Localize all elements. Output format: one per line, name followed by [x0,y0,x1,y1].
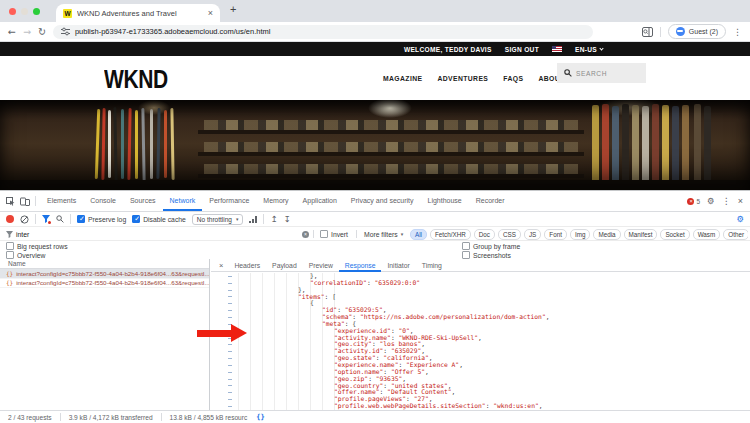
request-type-pill[interactable]: All [410,229,427,240]
language-selector[interactable]: EN-US [575,46,603,53]
site-search-input[interactable]: SEARCH [557,63,646,83]
new-tab-button[interactable]: + [230,3,236,15]
devtools-tab[interactable]: Network [163,191,203,211]
close-window-button[interactable] [9,8,16,15]
checkbox-unchecked-icon [462,242,470,250]
group-by-frame-checkbox[interactable]: Group by frame [462,242,520,250]
divider [70,214,71,224]
devtools-tab-bar: ElementsConsoleSourcesNetworkPerformance… [0,191,750,212]
site-info-icon[interactable] [61,27,70,36]
more-filters-dropdown[interactable]: More filters ▾ [364,227,403,241]
error-badge[interactable]: × 5 [687,198,700,205]
wknd-logo[interactable]: WKND [104,65,168,94]
profile-button[interactable]: Guest (2) [668,24,726,39]
window-controls [9,8,40,15]
network-request-row[interactable]: {} interact?configId=c75bbb72-f550-4a04-… [0,279,209,289]
detail-tab[interactable]: Payload [266,259,303,272]
network-status-bar: 2 / 43 requests 3.9 kB / 4,172 kB transf… [0,410,750,423]
devtools-tab[interactable]: Recorder [469,191,512,211]
devtools-tab[interactable]: Application [296,191,344,211]
minimize-window-button[interactable] [21,8,28,15]
back-icon[interactable]: ← [8,27,16,37]
tab-close-icon[interactable]: × [208,9,213,18]
sign-out-link[interactable]: SIGN OUT [505,46,539,53]
devtools-panel: ElementsConsoleSourcesNetworkPerformance… [0,190,750,423]
inspect-element-icon[interactable] [6,197,15,206]
detail-tab[interactable]: Timing [416,259,448,272]
screenshots-checkbox[interactable]: Screenshots [462,251,511,259]
name-column-header[interactable]: Name [0,259,209,269]
side-panel-search-icon[interactable] [642,27,653,37]
requests-summary: 2 / 43 requests [8,414,52,421]
request-type-pill[interactable]: Other [723,229,748,240]
network-main-area: Name {} interact?configId=c75bbb72-f550-… [0,259,750,410]
network-request-row[interactable]: {} interact?configId=c75bbb72-f550-4a04-… [0,269,209,279]
request-type-pill[interactable]: Fetch/XHR [430,229,471,240]
devtools-tab[interactable]: Console [83,191,123,211]
nav-link[interactable]: MAGAZINE [383,75,422,82]
preserve-log-checkbox[interactable]: Preserve log [77,215,126,223]
devtools-close-icon[interactable]: × [738,196,743,206]
clear-network-log-icon[interactable] [20,215,29,224]
browser-menu-icon[interactable]: ⋮ [733,27,742,37]
search-placeholder: SEARCH [576,70,607,77]
main-navigation: MAGAZINEADVENTURESFAQSABOUT US [383,56,577,100]
devtools-tab[interactable]: Performance [202,191,256,211]
detail-tab[interactable]: Headers [228,259,266,272]
request-type-pill[interactable]: CSS [498,229,521,240]
clear-filter-icon[interactable]: × [302,231,309,238]
request-type-pill[interactable]: Media [593,229,620,240]
request-list-panel: Name {} interact?configId=c75bbb72-f550-… [0,259,210,410]
throttling-value: No throttling [197,216,232,223]
request-type-pill[interactable]: Font [544,229,567,240]
devtools-tab[interactable]: Sources [123,191,163,211]
overview-checkbox[interactable]: Overview [6,251,45,259]
record-network-log-icon[interactable] [6,215,14,223]
url-bar[interactable]: publish-p63947-e1733365.adobeaemcloud.co… [53,25,593,39]
nav-link[interactable]: ADVENTURES [437,75,488,82]
devtools-settings-icon[interactable]: ⚙ [707,196,715,206]
request-type-pill[interactable]: Wasm [693,229,721,240]
detail-tab[interactable]: Response [339,259,382,272]
close-detail-icon[interactable]: × [214,261,228,270]
network-search-icon[interactable] [56,215,64,223]
forward-icon: → [23,27,31,37]
request-type-pill[interactable]: Manifest [624,229,658,240]
fullscreen-window-button[interactable] [33,8,40,15]
toolbar-right-icons: Guest (2) ⋮ [642,24,742,39]
devtools-tab[interactable]: Lighthouse [421,191,469,211]
throttling-select[interactable]: No throttling ▾ [192,214,244,225]
funnel-icon [6,231,13,238]
nav-link[interactable]: FAQS [503,75,523,82]
site-topbar: WELCOME, TEDDY DAVIS SIGN OUT EN-US [0,42,750,56]
request-type-pill[interactable]: Img [570,229,591,240]
network-settings-icon[interactable]: ⚙ [736,214,744,224]
browser-tab[interactable]: W WKND Adventures and Travel × [56,4,220,22]
divider [356,230,357,238]
filter-toggle-icon[interactable] [42,215,50,223]
reload-icon[interactable]: ↻ [38,27,46,37]
import-har-icon[interactable]: ↥ [270,214,277,224]
invert-filter-checkbox[interactable]: Invert [320,227,348,241]
devtools-tab[interactable]: Privacy and security [344,191,421,211]
devtools-tab[interactable]: Memory [256,191,295,211]
resources-summary: 13.8 kB / 4,855 kB resourc [170,414,248,421]
request-type-pill[interactable]: JS [524,229,541,240]
disable-cache-checkbox[interactable]: Disable cache [132,215,186,223]
export-har-icon[interactable]: ↧ [284,214,291,224]
detail-tab[interactable]: Initiator [381,259,415,272]
devtools-tab[interactable]: Elements [40,191,83,211]
request-type-pill[interactable]: Socket [660,229,689,240]
network-conditions-icon[interactable] [249,216,257,223]
devtools-menu-icon[interactable]: ⋮ [722,196,731,206]
filter-input[interactable]: inter [6,227,29,241]
error-icon: × [687,198,694,205]
chevron-down-icon: ▾ [236,216,239,222]
devtools-tabs: ElementsConsoleSourcesNetworkPerformance… [40,191,512,211]
response-viewer[interactable]: },"correlationID": "635029:0:0"},"items"… [211,273,750,410]
detail-tab[interactable]: Preview [303,259,339,272]
request-type-pill[interactable]: Doc [474,229,495,240]
device-toolbar-icon[interactable] [20,197,30,206]
divider [660,27,661,37]
big-request-rows-checkbox[interactable]: Big request rows [6,242,68,250]
